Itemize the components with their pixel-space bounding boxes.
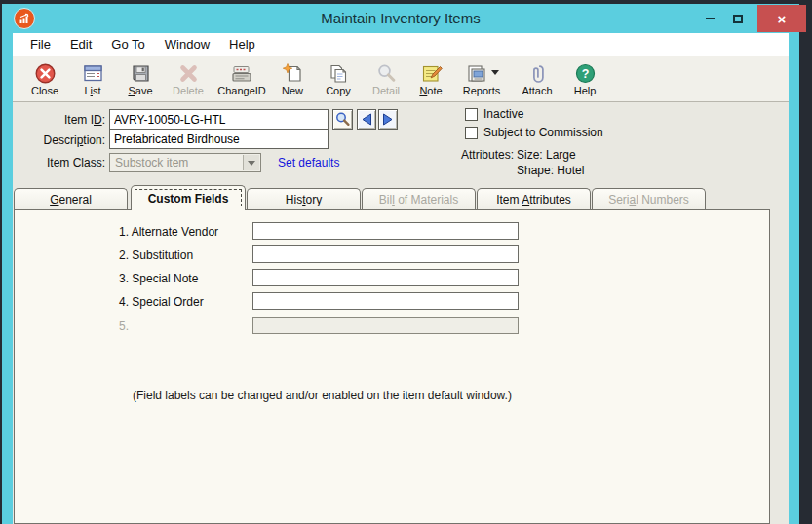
- attribute-shape-value: Shape: Hotel: [517, 164, 584, 177]
- record-header: Item ID: Description: Item Class: Substo…: [13, 102, 789, 185]
- item-class-value: Substock item: [115, 156, 188, 169]
- tab-bill-of-materials: Bill of Materials: [362, 188, 476, 209]
- field-label-4: 4. Special Order: [119, 295, 204, 309]
- tab-focus-rect: [135, 189, 242, 206]
- menu-window[interactable]: Window: [155, 37, 219, 52]
- close-circle-icon: [34, 60, 57, 85]
- toolbar-list-button[interactable]: List: [67, 59, 118, 97]
- detail-magnifier-icon: [375, 60, 398, 85]
- attach-paperclip-icon: [526, 60, 549, 85]
- help-circle-icon: ?: [574, 60, 597, 85]
- field-input-2[interactable]: [252, 245, 519, 263]
- change-id-icon: [229, 60, 254, 85]
- client-area: File Edit Go To Window Help Close List: [13, 33, 789, 524]
- toolbar-delete-label: Delete: [173, 85, 204, 97]
- toolbar-changeid-label: ChangeID: [217, 85, 266, 97]
- commission-checkbox[interactable]: [465, 127, 478, 139]
- menu-go-to[interactable]: Go To: [101, 37, 154, 52]
- note-pencil-icon: [420, 60, 443, 85]
- attributes-label: Attributes:: [461, 148, 514, 162]
- delete-x-icon: [177, 60, 200, 85]
- toolbar-delete-button: Delete: [163, 59, 213, 97]
- reports-docs-icon: [465, 60, 488, 85]
- inactive-label: Inactive: [483, 108, 523, 121]
- toolbar-save-label: Save: [128, 85, 152, 97]
- item-class-label: Item Class:: [13, 156, 105, 169]
- menu-edit[interactable]: Edit: [60, 37, 101, 52]
- close-window-button[interactable]: ×: [757, 5, 806, 32]
- field-input-3[interactable]: [252, 269, 519, 286]
- previous-record-button[interactable]: [357, 109, 376, 130]
- field-input-5: [252, 317, 519, 334]
- toolbar-copy-button[interactable]: Copy: [315, 59, 362, 97]
- set-defaults-link[interactable]: Set defaults: [278, 156, 339, 169]
- toolbar-save-button[interactable]: Save: [118, 59, 163, 97]
- app-logo-icon: [14, 8, 35, 29]
- toolbar-help-button[interactable]: ? Help: [562, 59, 607, 97]
- menu-help[interactable]: Help: [219, 37, 265, 52]
- inactive-checkbox[interactable]: [465, 108, 478, 121]
- custom-fields-page: 1. Alternate Vendor 2. Substitution 3. S…: [14, 209, 770, 524]
- minimize-button[interactable]: [697, 4, 724, 33]
- toolbar-changeid-button[interactable]: ChangeID: [213, 59, 270, 97]
- tab-strip: General Custom Fields History Bill of Ma…: [13, 185, 789, 209]
- maximize-button[interactable]: [724, 4, 752, 33]
- item-id-lookup-button[interactable]: [332, 109, 353, 130]
- list-window-icon: [82, 60, 104, 85]
- window-title: Maintain Inventory Items: [2, 4, 799, 33]
- custom-fields-note: (Field labels can be changed and/or enab…: [133, 389, 512, 402]
- next-record-button[interactable]: [378, 109, 398, 130]
- new-page-icon: [281, 60, 304, 85]
- toolbar-reports-label: Reports: [463, 85, 501, 97]
- svg-text:?: ?: [581, 67, 589, 81]
- toolbar-help-label: Help: [574, 85, 597, 97]
- toolbar-note-button[interactable]: Note: [410, 59, 451, 97]
- save-floppy-icon: [130, 60, 152, 85]
- toolbar-detail-button: Detail: [362, 59, 410, 97]
- attribute-size-value: Size: Large: [517, 148, 576, 162]
- copy-pages-icon: [327, 60, 350, 85]
- tab-serial-numbers: Serial Numbers: [592, 188, 706, 209]
- menu-file[interactable]: File: [20, 37, 60, 52]
- field-input-1[interactable]: [252, 222, 519, 240]
- combo-dropdown-arrow-icon: [243, 155, 259, 170]
- item-class-dropdown: Substock item: [109, 153, 261, 172]
- field-input-4[interactable]: [252, 292, 519, 310]
- tab-custom-fields[interactable]: Custom Fields: [131, 185, 246, 210]
- app-window: Maintain Inventory Items × File Edit Go …: [2, 4, 799, 524]
- toolbar-new-label: New: [282, 85, 303, 97]
- tab-general[interactable]: General: [14, 188, 128, 209]
- toolbar-reports-button[interactable]: Reports: [451, 59, 512, 97]
- magnifier-icon: [334, 111, 351, 128]
- item-id-label: Item ID:: [13, 113, 105, 127]
- commission-label: Subject to Commission: [483, 127, 603, 139]
- right-arrow-icon: [382, 113, 394, 126]
- window-controls: ×: [697, 4, 799, 33]
- toolbar-new-button[interactable]: New: [270, 59, 315, 97]
- toolbar-attach-button[interactable]: Attach: [512, 59, 562, 97]
- toolbar-note-label: Note: [419, 85, 442, 97]
- description-input[interactable]: [109, 129, 329, 149]
- toolbar-close-button[interactable]: Close: [22, 59, 67, 97]
- tab-history[interactable]: History: [247, 188, 361, 209]
- toolbar-copy-label: Copy: [326, 85, 351, 97]
- description-label: Description:: [13, 133, 105, 147]
- item-id-input[interactable]: [109, 109, 329, 130]
- titlebar: Maintain Inventory Items ×: [2, 4, 799, 33]
- field-label-3: 3. Special Note: [119, 272, 198, 285]
- toolbar-attach-label: Attach: [522, 85, 552, 97]
- menu-bar: File Edit Go To Window Help: [13, 33, 789, 56]
- toolbar-close-label: Close: [31, 85, 58, 97]
- left-arrow-icon: [361, 113, 372, 126]
- toolbar-list-label: List: [84, 85, 100, 97]
- tab-item-attributes[interactable]: Item Attributes: [477, 188, 591, 209]
- toolbar-detail-label: Detail: [372, 85, 400, 97]
- field-label-1: 1. Alternate Vendor: [119, 225, 218, 239]
- field-label-2: 2. Substitution: [119, 248, 193, 262]
- reports-dropdown-arrow-icon[interactable]: [491, 70, 499, 75]
- toolbar: Close List Save Delete: [13, 56, 789, 102]
- field-label-5: 5.: [119, 319, 129, 333]
